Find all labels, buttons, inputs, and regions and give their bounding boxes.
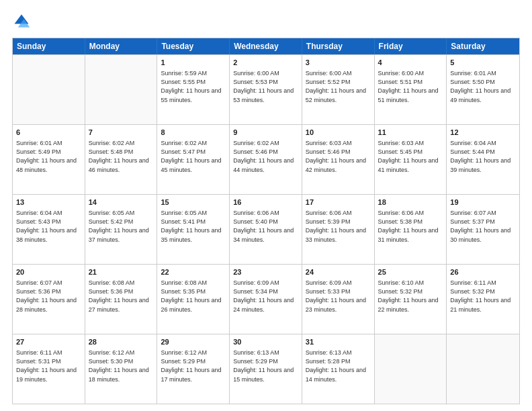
calendar-cell-25: 25Sunrise: 6:10 AM Sunset: 5:32 PM Dayli… bbox=[375, 265, 447, 334]
calendar-cell-7: 7Sunrise: 6:02 AM Sunset: 5:48 PM Daylig… bbox=[85, 125, 158, 194]
cell-detail: Sunrise: 6:01 AM Sunset: 5:49 PM Dayligh… bbox=[16, 139, 81, 174]
calendar-cell-23: 23Sunrise: 6:09 AM Sunset: 5:34 PM Dayli… bbox=[230, 265, 302, 334]
calendar-cell-6: 6Sunrise: 6:01 AM Sunset: 5:49 PM Daylig… bbox=[13, 125, 85, 194]
day-number: 18 bbox=[378, 197, 443, 208]
cell-detail: Sunrise: 6:05 AM Sunset: 5:41 PM Dayligh… bbox=[161, 209, 226, 244]
calendar-cell-12: 12Sunrise: 6:04 AM Sunset: 5:44 PM Dayli… bbox=[447, 125, 519, 194]
weekday-header-monday: Monday bbox=[85, 38, 158, 54]
calendar-cell-1: 1Sunrise: 5:59 AM Sunset: 5:55 PM Daylig… bbox=[157, 55, 230, 124]
calendar-cell-9: 9Sunrise: 6:02 AM Sunset: 5:46 PM Daylig… bbox=[230, 125, 302, 194]
day-number: 16 bbox=[233, 197, 298, 208]
calendar-cell-10: 10Sunrise: 6:03 AM Sunset: 5:46 PM Dayli… bbox=[302, 125, 375, 194]
calendar-cell-28: 28Sunrise: 6:12 AM Sunset: 5:30 PM Dayli… bbox=[85, 334, 158, 404]
cell-detail: Sunrise: 6:08 AM Sunset: 5:35 PM Dayligh… bbox=[161, 279, 226, 314]
day-number: 12 bbox=[450, 128, 516, 138]
calendar-body: 1Sunrise: 5:59 AM Sunset: 5:55 PM Daylig… bbox=[13, 54, 519, 404]
cell-detail: Sunrise: 6:12 AM Sunset: 5:29 PM Dayligh… bbox=[161, 349, 226, 383]
calendar-cell-2: 2Sunrise: 6:00 AM Sunset: 5:53 PM Daylig… bbox=[230, 55, 302, 124]
calendar-cell-19: 19Sunrise: 6:07 AM Sunset: 5:37 PM Dayli… bbox=[447, 195, 519, 264]
calendar-cell-11: 11Sunrise: 6:03 AM Sunset: 5:45 PM Dayli… bbox=[375, 125, 447, 194]
day-number: 4 bbox=[378, 58, 443, 68]
calendar-cell-24: 24Sunrise: 6:09 AM Sunset: 5:33 PM Dayli… bbox=[302, 265, 375, 334]
calendar-cell-27: 27Sunrise: 6:11 AM Sunset: 5:31 PM Dayli… bbox=[13, 334, 85, 404]
day-number: 20 bbox=[16, 267, 81, 277]
day-number: 14 bbox=[89, 197, 154, 208]
day-number: 13 bbox=[16, 197, 81, 208]
cell-detail: Sunrise: 6:10 AM Sunset: 5:32 PM Dayligh… bbox=[378, 279, 443, 314]
cell-detail: Sunrise: 6:04 AM Sunset: 5:43 PM Dayligh… bbox=[16, 209, 81, 244]
calendar: SundayMondayTuesdayWednesdayThursdayFrid… bbox=[12, 38, 520, 404]
cell-detail: Sunrise: 6:13 AM Sunset: 5:29 PM Dayligh… bbox=[233, 349, 298, 383]
day-number: 19 bbox=[450, 197, 516, 208]
calendar-cell-29: 29Sunrise: 6:12 AM Sunset: 5:29 PM Dayli… bbox=[157, 334, 230, 404]
weekday-header-wednesday: Wednesday bbox=[230, 38, 302, 54]
day-number: 27 bbox=[16, 337, 81, 347]
cell-detail: Sunrise: 6:11 AM Sunset: 5:31 PM Dayligh… bbox=[16, 349, 81, 383]
calendar-cell-5: 5Sunrise: 6:01 AM Sunset: 5:50 PM Daylig… bbox=[447, 55, 519, 124]
cell-detail: Sunrise: 6:07 AM Sunset: 5:36 PM Dayligh… bbox=[16, 279, 81, 314]
calendar-row-1: 6Sunrise: 6:01 AM Sunset: 5:49 PM Daylig… bbox=[13, 124, 519, 194]
calendar-header: SundayMondayTuesdayWednesdayThursdayFrid… bbox=[13, 38, 519, 54]
calendar-cell-20: 20Sunrise: 6:07 AM Sunset: 5:36 PM Dayli… bbox=[13, 265, 85, 334]
calendar-cell-18: 18Sunrise: 6:06 AM Sunset: 5:38 PM Dayli… bbox=[375, 195, 447, 264]
logo-icon bbox=[12, 12, 31, 31]
cell-detail: Sunrise: 6:13 AM Sunset: 5:28 PM Dayligh… bbox=[306, 349, 371, 383]
calendar-cell-empty-4-5 bbox=[375, 334, 447, 404]
cell-detail: Sunrise: 6:00 AM Sunset: 5:53 PM Dayligh… bbox=[233, 69, 298, 104]
cell-detail: Sunrise: 6:00 AM Sunset: 5:51 PM Dayligh… bbox=[378, 69, 443, 104]
day-number: 7 bbox=[89, 128, 154, 138]
cell-detail: Sunrise: 6:03 AM Sunset: 5:45 PM Dayligh… bbox=[378, 139, 443, 174]
day-number: 15 bbox=[161, 197, 226, 208]
day-number: 2 bbox=[233, 58, 298, 68]
day-number: 24 bbox=[306, 267, 371, 277]
cell-detail: Sunrise: 6:06 AM Sunset: 5:40 PM Dayligh… bbox=[233, 209, 298, 244]
cell-detail: Sunrise: 6:01 AM Sunset: 5:50 PM Dayligh… bbox=[450, 69, 516, 104]
cell-detail: Sunrise: 6:09 AM Sunset: 5:34 PM Dayligh… bbox=[233, 279, 298, 314]
day-number: 30 bbox=[233, 337, 298, 347]
page-header bbox=[12, 12, 520, 31]
day-number: 11 bbox=[378, 128, 443, 138]
calendar-cell-26: 26Sunrise: 6:11 AM Sunset: 5:32 PM Dayli… bbox=[447, 265, 519, 334]
day-number: 22 bbox=[161, 267, 226, 277]
weekday-header-tuesday: Tuesday bbox=[157, 38, 230, 54]
day-number: 8 bbox=[161, 128, 226, 138]
cell-detail: Sunrise: 6:00 AM Sunset: 5:52 PM Dayligh… bbox=[306, 69, 371, 104]
day-number: 26 bbox=[450, 267, 516, 277]
cell-detail: Sunrise: 6:04 AM Sunset: 5:44 PM Dayligh… bbox=[450, 139, 516, 174]
cell-detail: Sunrise: 5:59 AM Sunset: 5:55 PM Dayligh… bbox=[161, 69, 226, 104]
cell-detail: Sunrise: 6:03 AM Sunset: 5:46 PM Dayligh… bbox=[306, 139, 371, 174]
calendar-cell-17: 17Sunrise: 6:06 AM Sunset: 5:39 PM Dayli… bbox=[302, 195, 375, 264]
weekday-header-thursday: Thursday bbox=[302, 38, 375, 54]
calendar-page: SundayMondayTuesdayWednesdayThursdayFrid… bbox=[0, 0, 532, 411]
day-number: 1 bbox=[161, 58, 226, 68]
calendar-cell-14: 14Sunrise: 6:05 AM Sunset: 5:42 PM Dayli… bbox=[85, 195, 158, 264]
calendar-cell-30: 30Sunrise: 6:13 AM Sunset: 5:29 PM Dayli… bbox=[230, 334, 302, 404]
calendar-cell-31: 31Sunrise: 6:13 AM Sunset: 5:28 PM Dayli… bbox=[302, 334, 375, 404]
cell-detail: Sunrise: 6:09 AM Sunset: 5:33 PM Dayligh… bbox=[306, 279, 371, 314]
day-number: 25 bbox=[378, 267, 443, 277]
calendar-row-3: 20Sunrise: 6:07 AM Sunset: 5:36 PM Dayli… bbox=[13, 264, 519, 334]
cell-detail: Sunrise: 6:06 AM Sunset: 5:38 PM Dayligh… bbox=[378, 209, 443, 244]
cell-detail: Sunrise: 6:07 AM Sunset: 5:37 PM Dayligh… bbox=[450, 209, 516, 244]
cell-detail: Sunrise: 6:11 AM Sunset: 5:32 PM Dayligh… bbox=[450, 279, 516, 314]
day-number: 10 bbox=[306, 128, 371, 138]
calendar-cell-4: 4Sunrise: 6:00 AM Sunset: 5:51 PM Daylig… bbox=[375, 55, 447, 124]
calendar-row-0: 1Sunrise: 5:59 AM Sunset: 5:55 PM Daylig… bbox=[13, 54, 519, 124]
calendar-row-4: 27Sunrise: 6:11 AM Sunset: 5:31 PM Dayli… bbox=[13, 334, 519, 404]
calendar-cell-8: 8Sunrise: 6:02 AM Sunset: 5:47 PM Daylig… bbox=[157, 125, 230, 194]
day-number: 28 bbox=[89, 337, 154, 347]
calendar-cell-22: 22Sunrise: 6:08 AM Sunset: 5:35 PM Dayli… bbox=[157, 265, 230, 334]
day-number: 31 bbox=[306, 337, 371, 347]
calendar-cell-13: 13Sunrise: 6:04 AM Sunset: 5:43 PM Dayli… bbox=[13, 195, 85, 264]
day-number: 9 bbox=[233, 128, 298, 138]
cell-detail: Sunrise: 6:05 AM Sunset: 5:42 PM Dayligh… bbox=[89, 209, 154, 244]
calendar-cell-21: 21Sunrise: 6:08 AM Sunset: 5:36 PM Dayli… bbox=[85, 265, 158, 334]
cell-detail: Sunrise: 6:02 AM Sunset: 5:46 PM Dayligh… bbox=[233, 139, 298, 174]
day-number: 29 bbox=[161, 337, 226, 347]
calendar-cell-15: 15Sunrise: 6:05 AM Sunset: 5:41 PM Dayli… bbox=[157, 195, 230, 264]
day-number: 3 bbox=[306, 58, 371, 68]
cell-detail: Sunrise: 6:08 AM Sunset: 5:36 PM Dayligh… bbox=[89, 279, 154, 314]
weekday-header-sunday: Sunday bbox=[13, 38, 85, 54]
day-number: 23 bbox=[233, 267, 298, 277]
day-number: 17 bbox=[306, 197, 371, 208]
